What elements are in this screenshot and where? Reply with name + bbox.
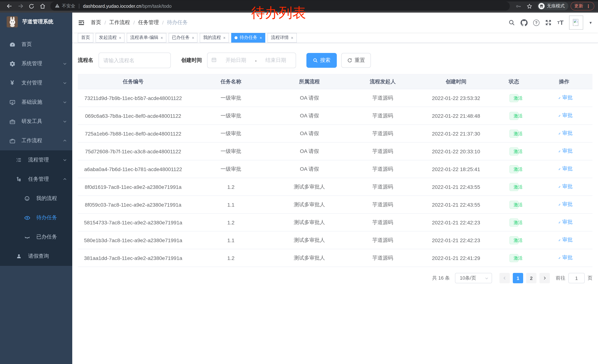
navbar: 首页 / 工作流程 / 任务管理 / 待办任务 ? xyxy=(72,13,598,32)
sidebar-item-my-process[interactable]: 我的流程 xyxy=(0,189,72,208)
sidebar-item-devtools[interactable]: 研发工具 xyxy=(0,112,72,131)
breadcrumb-task-mgmt[interactable]: 任务管理 xyxy=(138,19,159,26)
approve-link[interactable]: 审批 xyxy=(558,95,570,101)
page-size-select[interactable]: 10条/页 xyxy=(455,273,492,283)
approve-link[interactable]: 审批 xyxy=(558,255,570,261)
tab-process-detail[interactable]: 流程详情× xyxy=(267,33,297,42)
chevron-down-icon xyxy=(485,276,489,280)
monitor-icon xyxy=(8,99,16,105)
approve-link[interactable]: 审批 xyxy=(558,112,570,119)
task-starter: 芋道源码 xyxy=(346,219,420,226)
sidebar-item-label: 我的流程 xyxy=(36,195,57,202)
tab-my-process[interactable]: 我的流程× xyxy=(200,33,229,42)
process-name-input[interactable] xyxy=(99,53,171,68)
close-icon[interactable]: × xyxy=(192,35,194,40)
tab-done-task[interactable]: 已办任务× xyxy=(169,33,198,42)
col-header-task-name: 任务名称 xyxy=(188,78,273,85)
task-name: 一级审批 xyxy=(188,166,273,172)
task-name: 一级审批 xyxy=(188,112,273,119)
pagination: 共 16 条 10条/页 1 2 前往 页 xyxy=(78,273,592,294)
sidebar-item-label: 首页 xyxy=(22,41,32,48)
incognito-badge: 无痕模式 xyxy=(537,2,568,10)
tab-todo-task[interactable]: 待办任务× xyxy=(231,33,266,42)
sidebar-item-todo-task[interactable]: 待办任务 xyxy=(0,208,72,227)
app-title: 芋道管理系统 xyxy=(22,18,53,25)
task-starter: 芋道源码 xyxy=(346,95,420,101)
approve-link[interactable]: 审批 xyxy=(558,237,570,243)
approve-link[interactable]: 审批 xyxy=(558,201,570,208)
key-icon[interactable] xyxy=(513,1,524,11)
task-time: 2022-01-22 23:53:32 xyxy=(420,95,492,101)
next-page-button[interactable] xyxy=(540,273,550,283)
search-icon[interactable] xyxy=(508,19,515,26)
sidebar-item-label: 基础设施 xyxy=(22,99,42,105)
page-button-1[interactable]: 1 xyxy=(513,273,523,283)
task-time: 2022-01-21 22:41:29 xyxy=(420,255,492,261)
sidebar-item-done-task[interactable]: 已办任务 xyxy=(0,227,72,247)
range-separator: - xyxy=(255,57,257,63)
home-icon[interactable] xyxy=(37,1,48,11)
approve-link[interactable]: 审批 xyxy=(558,166,570,172)
task-id: 75d72608-7b7f-11ec-a3c8-acde48001122 xyxy=(78,148,188,154)
approve-link[interactable]: 审批 xyxy=(558,130,570,137)
goto-label: 前往 xyxy=(556,275,565,281)
sidebar-item-home[interactable]: 首页 xyxy=(0,35,72,54)
close-icon[interactable]: × xyxy=(223,35,226,40)
font-size-icon[interactable]: TT xyxy=(557,19,564,26)
approve-link[interactable]: 审批 xyxy=(558,148,570,155)
search-button[interactable]: 搜索 xyxy=(307,53,337,68)
github-icon[interactable] xyxy=(521,19,528,26)
task-process: 测试多审批人 xyxy=(274,184,346,190)
goto-page-input[interactable] xyxy=(568,273,585,283)
task-id: 58154733-7ac8-11ec-a9e2-a2380e71991a xyxy=(78,219,188,225)
tab-process-form-edit[interactable]: 流程表单-编辑× xyxy=(127,33,166,42)
sidebar-item-infrastructure[interactable]: 基础设施 xyxy=(0,93,72,112)
process-name-label: 流程名 xyxy=(78,57,93,64)
sidebar-item-payment[interactable]: ¥ 支付管理 xyxy=(0,73,72,93)
task-name: 1.2 xyxy=(188,219,273,225)
task-id: 73211d9d-7b9b-11ec-b5b7-acde48001122 xyxy=(78,95,188,101)
fullscreen-icon[interactable] xyxy=(545,19,552,26)
back-icon[interactable] xyxy=(4,1,15,11)
sidebar-item-leave-query[interactable]: 请假查询 xyxy=(0,247,72,266)
tab-home[interactable]: 首页 xyxy=(78,33,93,42)
approve-link[interactable]: 审批 xyxy=(558,184,570,190)
avatar[interactable] xyxy=(569,16,583,30)
sidebar-item-task-mgmt[interactable]: 任务管理 xyxy=(0,170,72,189)
breadcrumb-home[interactable]: 首页 xyxy=(91,19,101,26)
reset-button[interactable]: 重置 xyxy=(341,53,371,68)
close-icon[interactable]: × xyxy=(260,35,262,40)
task-starter: 芋道源码 xyxy=(346,166,420,172)
total-count: 共 16 条 xyxy=(432,275,450,281)
task-table: 任务编号 任务名称 所属流程 流程发起人 创建时间 状态 操作 73211d9d… xyxy=(78,74,592,267)
help-icon[interactable]: ? xyxy=(533,19,540,26)
date-range-picker[interactable]: 开始日期 - 结束日期 xyxy=(207,53,296,68)
task-starter: 芋道源码 xyxy=(346,148,420,155)
close-icon[interactable]: × xyxy=(161,35,163,40)
col-header-starter: 流程发起人 xyxy=(346,78,420,85)
logo-row[interactable]: 芋道管理系统 xyxy=(0,13,72,31)
update-chip[interactable]: 更新 ⋮ xyxy=(571,2,594,10)
forward-icon[interactable] xyxy=(15,1,26,11)
close-icon[interactable]: × xyxy=(291,35,293,40)
breadcrumb-workflow[interactable]: 工作流程 xyxy=(109,19,130,26)
col-header-process: 所属流程 xyxy=(274,78,346,85)
bookmark-star-icon[interactable] xyxy=(524,1,535,11)
sidebar-collapse-icon[interactable] xyxy=(78,19,85,26)
page-button-2[interactable]: 2 xyxy=(526,273,537,283)
logo-image xyxy=(7,16,18,27)
close-icon[interactable]: × xyxy=(119,35,121,40)
tab-start-process[interactable]: 发起流程× xyxy=(96,33,125,42)
approve-link[interactable]: 审批 xyxy=(558,219,570,226)
sidebar-item-workflow[interactable]: 工作流程 xyxy=(0,131,72,150)
table-row: a6aba0a4-7b6d-11ec-b781-acde48001122 一级审… xyxy=(78,160,592,178)
prev-page-button[interactable] xyxy=(499,273,510,283)
sidebar-item-process-mgmt[interactable]: 流程管理 xyxy=(0,150,72,170)
breadcrumb: 首页 / 工作流程 / 任务管理 / 待办任务 xyxy=(91,19,188,26)
sidebar-item-system[interactable]: 系统管理 xyxy=(0,54,72,73)
browser-menu-icon[interactable]: ⋮ xyxy=(586,4,590,9)
avatar-dropdown-caret-icon[interactable]: ▼ xyxy=(589,21,592,25)
reload-icon[interactable] xyxy=(26,1,37,11)
start-date-placeholder: 开始日期 xyxy=(220,57,252,64)
task-process: OA 请假 xyxy=(274,130,346,137)
